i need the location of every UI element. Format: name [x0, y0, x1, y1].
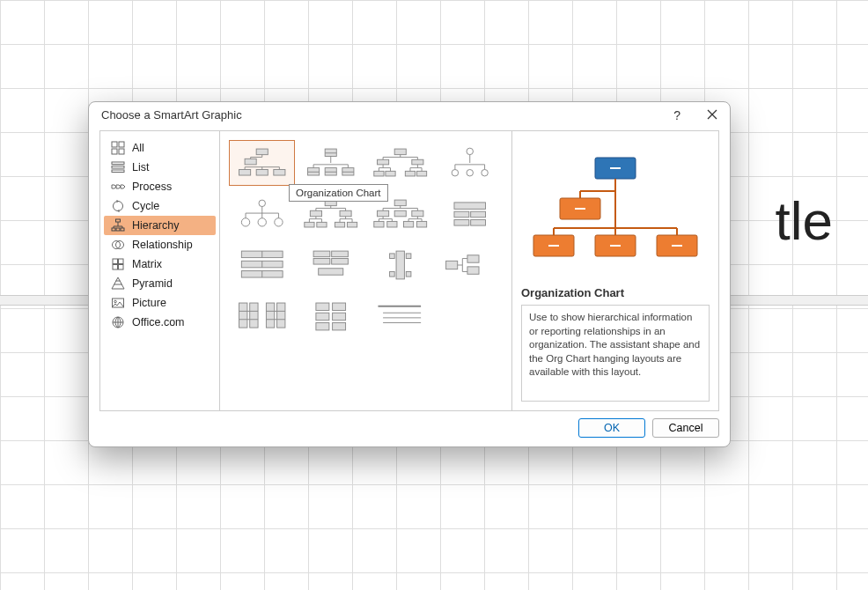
svg-rect-50 [311, 210, 322, 217]
svg-rect-6 [112, 170, 124, 173]
svg-point-42 [452, 169, 458, 175]
svg-rect-66 [471, 211, 486, 218]
preview-title: Organization Chart [521, 286, 710, 299]
process-icon [111, 180, 125, 194]
gallery-tooltip: Organization Chart [289, 184, 388, 202]
hierarchy-icon [111, 218, 125, 232]
category-sidebar: All List Process Cycle [100, 131, 220, 410]
smartart-dialog: Choose a SmartArt Graphic ? All List [88, 101, 731, 447]
dialog-body: All List Process Cycle [99, 130, 719, 411]
gallery-item-hierarchy[interactable] [229, 191, 295, 237]
sidebar-item-picture[interactable]: Picture [104, 293, 216, 313]
svg-rect-15 [119, 259, 124, 264]
svg-rect-58 [394, 210, 406, 217]
cancel-button[interactable]: Cancel [652, 418, 719, 438]
layout-preview [521, 140, 710, 277]
svg-rect-56 [394, 200, 406, 206]
gallery-item-horizontal-org-chart[interactable] [229, 242, 295, 288]
gallery-item-horizontal-bullet-list[interactable] [368, 293, 434, 339]
sidebar-item-hierarchy[interactable]: Hierarchy [104, 216, 216, 235]
sidebar-item-pyramid[interactable]: Pyramid [104, 274, 216, 293]
svg-rect-26 [326, 149, 337, 156]
gallery-item-organization-chart[interactable] [229, 140, 295, 186]
sidebar-item-label: Cycle [132, 200, 159, 212]
svg-rect-57 [378, 210, 389, 217]
svg-rect-84 [406, 271, 411, 277]
svg-rect-9 [112, 228, 115, 231]
svg-rect-98 [316, 313, 329, 320]
sidebar-item-label: Matrix [132, 258, 162, 270]
gallery-item-architecture-layout[interactable] [298, 293, 364, 339]
svg-rect-10 [116, 228, 120, 231]
svg-rect-60 [374, 221, 384, 227]
sidebar-item-label: Relationship [132, 239, 193, 251]
svg-rect-2 [112, 149, 117, 154]
matrix-icon [111, 257, 125, 271]
svg-rect-89 [249, 303, 257, 328]
sidebar-item-all[interactable]: All [104, 138, 216, 158]
svg-rect-99 [333, 313, 346, 320]
gallery-item-hierarchy-list[interactable] [437, 242, 503, 288]
svg-rect-22 [245, 159, 256, 165]
svg-rect-78 [332, 259, 349, 265]
sidebar-item-cycle[interactable]: Cycle [104, 196, 216, 216]
gallery-item-name-title-org-chart[interactable] [298, 140, 364, 186]
svg-point-7 [114, 202, 123, 211]
svg-rect-80 [396, 251, 404, 279]
dialog-title: Choose a SmartArt Graphic [101, 108, 242, 122]
svg-rect-36 [412, 159, 423, 165]
svg-rect-86 [467, 255, 479, 262]
svg-rect-24 [256, 169, 268, 175]
svg-rect-21 [256, 149, 268, 155]
svg-rect-68 [471, 220, 486, 226]
dialog-button-bar: OK Cancel [89, 411, 730, 446]
list-icon [111, 160, 125, 174]
svg-rect-87 [467, 267, 479, 274]
slide-title-fragment: tle [776, 189, 833, 252]
sidebar-item-matrix[interactable]: Matrix [104, 254, 216, 274]
svg-rect-97 [333, 303, 346, 310]
svg-rect-64 [454, 203, 486, 209]
svg-rect-100 [316, 322, 329, 329]
gallery-item-lined-list[interactable] [229, 293, 295, 339]
svg-rect-75 [313, 251, 330, 257]
gallery-item-horizontal-multi-level[interactable] [298, 242, 364, 288]
sidebar-item-label: All [132, 142, 144, 154]
svg-rect-79 [319, 269, 343, 275]
svg-rect-0 [112, 142, 117, 147]
svg-point-45 [259, 200, 265, 206]
gallery-item-horizontal-labeled[interactable] [368, 242, 434, 288]
gallery-item-horizontal-hierarchy[interactable] [437, 191, 503, 237]
svg-rect-65 [454, 211, 469, 218]
svg-rect-53 [317, 222, 327, 227]
sidebar-item-process[interactable]: Process [104, 177, 216, 196]
close-icon[interactable] [707, 109, 717, 122]
sidebar-item-relationship[interactable]: Relationship [104, 235, 216, 254]
help-icon[interactable]: ? [673, 109, 680, 122]
sidebar-item-label: List [132, 161, 149, 173]
svg-rect-93 [276, 303, 284, 328]
gallery-item-circle-picture-hierarchy[interactable] [437, 140, 503, 186]
relationship-icon [111, 238, 125, 252]
svg-rect-101 [333, 322, 346, 329]
svg-rect-34 [394, 149, 406, 155]
svg-rect-51 [340, 210, 351, 217]
svg-rect-88 [239, 303, 246, 328]
svg-rect-77 [313, 259, 330, 265]
svg-rect-4 [112, 162, 124, 165]
svg-rect-8 [116, 219, 121, 222]
sidebar-item-officecom[interactable]: Office.com [104, 313, 216, 332]
svg-point-46 [241, 218, 249, 226]
all-icon [111, 141, 125, 155]
svg-rect-16 [113, 265, 118, 270]
sidebar-item-label: Hierarchy [132, 219, 180, 232]
ok-button[interactable]: OK [578, 418, 645, 438]
svg-point-48 [274, 218, 282, 226]
gallery-item-half-circle-org-chart[interactable] [368, 140, 434, 186]
svg-rect-3 [119, 149, 124, 154]
svg-rect-55 [348, 222, 357, 227]
cycle-icon [111, 199, 125, 213]
preview-description: Use to show hierarchical information or … [521, 305, 710, 402]
sidebar-item-list[interactable]: List [104, 158, 216, 177]
svg-rect-5 [112, 166, 124, 169]
